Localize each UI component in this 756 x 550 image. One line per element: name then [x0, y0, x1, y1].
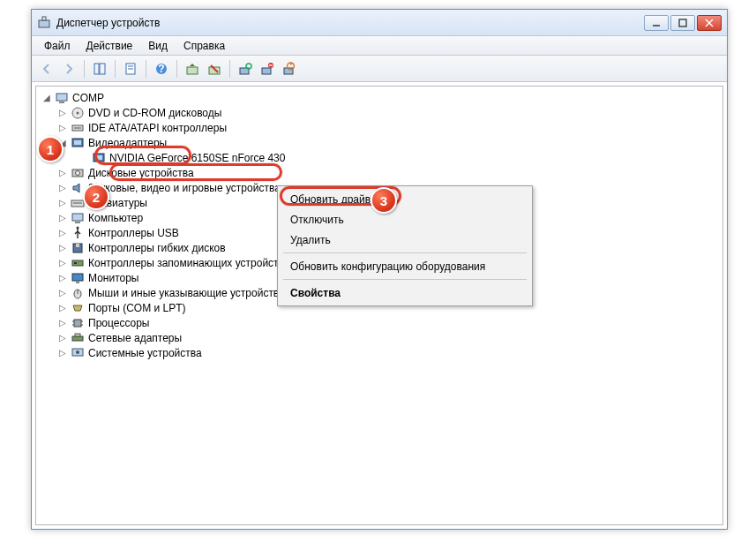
ctx-update-drivers[interactable]: Обновить драйверы... [280, 189, 530, 209]
svg-rect-40 [76, 244, 79, 247]
tree-label: Контроллеры гибких дисков [88, 242, 226, 254]
disk-icon [71, 166, 85, 180]
svg-rect-41 [72, 260, 83, 266]
menu-view[interactable]: Вид [141, 38, 175, 54]
expand-icon[interactable]: ▷ [57, 348, 67, 358]
collapse-icon[interactable]: ◢ [41, 93, 51, 102]
context-menu: Обновить драйверы... Отключить Удалить О… [277, 185, 533, 306]
tree-label: Процессоры [88, 317, 150, 329]
tree-root[interactable]: ◢ COMP [38, 90, 721, 105]
tree-label: Контроллеры USB [88, 227, 179, 239]
expand-icon[interactable]: ▷ [57, 198, 67, 207]
port-icon [71, 301, 85, 315]
tree-label: Мыши и иные указывающие устройства [88, 287, 285, 299]
tree-label: Сетевые адаптеры [88, 332, 182, 344]
expand-icon[interactable]: ▷ [57, 213, 67, 222]
close-button[interactable] [697, 15, 722, 31]
menu-file[interactable]: Файл [37, 38, 78, 54]
tree-item-network[interactable]: ▷ Сетевые адаптеры [38, 330, 721, 345]
expand-icon[interactable]: ▷ [57, 273, 67, 283]
titlebar: Диспетчер устройств [32, 10, 727, 36]
expand-icon[interactable]: ▷ [57, 303, 67, 313]
svg-rect-47 [74, 320, 81, 327]
tree-item-processors[interactable]: ▷ Процессоры [38, 315, 721, 330]
tree-label: Видеоадаптеры [88, 137, 167, 149]
svg-point-55 [76, 350, 79, 354]
tree-label: DVD и CD-ROM дисководы [88, 107, 221, 119]
tree-label: Мониторы [88, 272, 138, 284]
show-hide-tree-button[interactable] [90, 59, 109, 79]
expand-icon[interactable]: ▷ [57, 288, 67, 298]
expand-icon[interactable]: ▷ [57, 123, 67, 132]
ctx-delete[interactable]: Удалить [280, 230, 530, 250]
tree-label: Системные устройства [88, 347, 202, 359]
svg-rect-37 [75, 222, 80, 223]
tree-label: Компьютер [88, 212, 143, 224]
tree-item-video-adapters[interactable]: ◢ Видеоадаптеры [38, 135, 721, 150]
svg-rect-18 [262, 68, 271, 74]
ctx-label: Обновить конфигурацию оборудования [290, 260, 485, 273]
svg-rect-42 [74, 262, 77, 264]
help-button[interactable]: ? [152, 59, 171, 79]
tree-label: Дисковые устройства [88, 167, 194, 179]
computer-icon [55, 91, 69, 105]
expand-icon[interactable]: ▷ [57, 168, 67, 177]
ctx-separator [283, 279, 527, 280]
expand-icon[interactable]: ▷ [57, 318, 67, 328]
maximize-button[interactable] [670, 15, 695, 31]
svg-rect-0 [39, 20, 49, 27]
tree-item-dvd[interactable]: ▷ DVD и CD-ROM дисководы [38, 105, 721, 120]
forward-button [59, 59, 79, 79]
svg-point-33 [76, 170, 80, 175]
minimize-button[interactable] [644, 15, 669, 31]
disc-drive-icon [71, 106, 85, 120]
svg-rect-36 [72, 214, 83, 221]
properties-button[interactable] [121, 59, 140, 79]
expand-icon[interactable]: ▷ [57, 108, 67, 117]
expand-icon[interactable]: ▷ [57, 333, 67, 343]
tree-item-nvidia[interactable]: NVIDIA GeForce 6150SE nForce 430 [38, 150, 721, 165]
annotation-badge-2: 2 [83, 184, 109, 210]
menu-action[interactable]: Действие [79, 38, 140, 54]
toolbar-separator [146, 60, 146, 78]
back-button [37, 59, 56, 79]
floppy-icon [71, 241, 85, 255]
svg-rect-7 [100, 64, 105, 74]
menu-help[interactable]: Справка [176, 38, 232, 54]
scan-hardware-button[interactable] [236, 59, 255, 79]
svg-rect-6 [94, 64, 99, 74]
tree-item-system[interactable]: ▷ Системные устройства [38, 345, 721, 360]
usb-icon [71, 226, 85, 240]
display-adapter-icon [71, 136, 85, 150]
expand-icon[interactable]: ▷ [57, 243, 67, 252]
tree-item-ide[interactable]: ▷ IDE ATA/ATAPI контроллеры [38, 120, 721, 135]
ctx-scan-hardware[interactable]: Обновить конфигурацию оборудования [280, 256, 530, 276]
ctx-label: Удалить [290, 234, 331, 246]
svg-rect-31 [95, 155, 102, 160]
expand-icon[interactable]: ▷ [57, 258, 67, 267]
annotation-badge-1: 1 [37, 136, 64, 162]
svg-rect-44 [76, 282, 79, 283]
update-driver-button[interactable] [183, 59, 202, 79]
svg-point-25 [77, 111, 79, 114]
network-icon [71, 331, 85, 345]
expand-icon[interactable]: ▷ [57, 183, 67, 192]
svg-rect-23 [59, 102, 64, 103]
expand-icon[interactable]: ▷ [57, 228, 67, 237]
svg-rect-52 [72, 336, 83, 341]
svg-point-38 [77, 226, 79, 229]
uninstall-button[interactable] [205, 59, 224, 79]
toolbar-separator [176, 60, 177, 78]
spacer [79, 153, 88, 162]
tree-item-disk[interactable]: ▷ Дисковые устройства [38, 165, 721, 180]
enable-button[interactable] [280, 59, 299, 79]
ide-icon [71, 121, 85, 135]
tree-label: NVIDIA GeForce 6150SE nForce 430 [109, 152, 285, 164]
ctx-disable[interactable]: Отключить [280, 209, 530, 230]
tree-label: Звуковые, видео и игровые устройства [88, 182, 281, 194]
tree-label: Контроллеры запоминающих устройств [88, 257, 284, 269]
ctx-separator [283, 252, 527, 253]
svg-rect-43 [72, 274, 83, 281]
ctx-properties[interactable]: Свойства [280, 283, 530, 303]
disable-button[interactable] [258, 59, 277, 79]
